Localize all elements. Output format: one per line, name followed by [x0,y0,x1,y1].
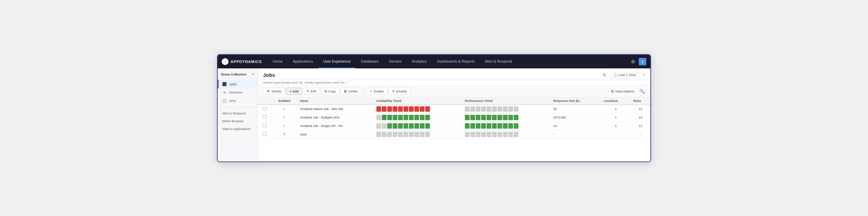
search-icon[interactable]: 🔍 [639,89,645,94]
edit-button[interactable]: ✎ Edit [303,88,320,95]
toolbar: 👁 Details + Add ✎ Edit ⧉ Copy 🗑 Delete [258,86,650,98]
col-header-3: Availability Trend [374,98,462,105]
row-checkbox-2[interactable] [263,124,267,127]
license-bar: Hosted Agent license used: 3%. Private A… [258,80,650,86]
time-range-selector[interactable]: 🕐 Last 1 Hour [610,72,639,78]
locations-0: 1 [601,105,631,113]
locations-2: 1 [601,122,631,130]
main-layout: Demo Collection ▾ ⬛Jobs≡Sessions⬜APIs Al… [218,68,650,161]
details-label: Details [272,89,281,93]
delete-label: Delete [349,89,358,93]
runs-3: - [631,130,650,138]
sliders-icon: ⊞ [611,89,614,93]
delete-button[interactable]: 🗑 Delete [340,88,361,95]
content-header: Jobs ↻ 🕐 Last 1 Hour ? [258,68,650,80]
disable-label: Disable [396,89,407,93]
col-header-1: Enabled [272,98,298,105]
nav-item-user-experience[interactable]: User Experience [318,55,355,68]
copy-button[interactable]: ⧉ Copy [321,88,339,95]
nav-item-applications[interactable]: Applications [288,55,318,68]
content-area: Jobs ↻ 🕐 Last 1 Hour ? Hosted Agent lice… [258,68,650,161]
nav-item-home[interactable]: Home [268,55,287,68]
col-header-4: Performance Trend [462,98,551,105]
performance-trend-2 [462,122,551,130]
sidebar-item-alert-&-respond[interactable]: Alert & Respond [218,109,257,117]
add-label: + Add [290,89,298,93]
sidebar: Demo Collection ▾ ⬛Jobs≡Sessions⬜APIs Al… [218,68,258,161]
enabled-indicator-1: ✓ [283,115,286,119]
nav-item-databases[interactable]: Databases [356,55,383,68]
sidebar-item-jobs[interactable]: ⬛Jobs [218,80,257,88]
settings-icon[interactable]: ⚙ [631,59,635,64]
trash-icon: 🗑 [344,89,347,93]
row-checkbox-1[interactable] [263,115,267,119]
collection-selector[interactable]: Demo Collection ▾ [218,71,257,78]
sidebar-item-metric-browser[interactable]: Metric Browser [218,117,257,125]
nav-item-alert---respond[interactable]: Alert & Respond [480,55,517,68]
avatar: 1 [639,58,646,65]
check-icon: ✓ [370,89,372,93]
clock-icon: 🕐 [613,73,617,77]
copy-icon: ⧉ [324,89,327,93]
nav-items: HomeApplicationsUser ExperienceDatabases… [268,55,631,68]
locations-3: - [601,130,631,138]
row-checkbox-3[interactable] [263,132,267,136]
job-name-1: Scripted Job - Multiple APIs [297,113,373,122]
help-icon[interactable]: ? [643,72,645,78]
details-icon: 👁 [267,89,270,93]
table-row[interactable]: ✓Scripted Failure Job - 500 ISE25112 [258,105,650,113]
view-options-button[interactable]: ⊞ View Options [608,88,637,94]
view-options-label: View Options [615,89,634,93]
row-checkbox-0[interactable] [263,107,267,110]
nav-item-servers[interactable]: Servers [384,55,407,68]
enabled-indicator-3: ✕ [283,132,286,136]
disable-button[interactable]: ✕ Disable [388,88,411,95]
sidebar-item-view-in-applications[interactable]: View in Applications [218,125,257,133]
nav-item-analytics[interactable]: Analytics [407,55,432,68]
performance-trend-3 [462,130,551,138]
sidebar-item-sessions[interactable]: ≡Sessions [218,88,257,96]
chevron-down-icon: ▾ [252,72,254,76]
add-button[interactable]: + Add [286,88,302,95]
time-range-label: Last 1 Hour [618,73,636,77]
details-button[interactable]: 👁 Details [263,88,285,95]
response-size-1: 4571382 [551,113,601,122]
collection-label: Demo Collection [221,72,246,76]
col-header-2: Name [297,98,373,105]
availability-trend-3 [374,130,462,138]
logo-text: APPDYNAMICS [231,60,262,64]
runs-0: 12 [631,105,650,113]
response-size-3: - [551,130,601,138]
edit-label: Edit [311,89,316,93]
sidebar-section-label: View in Applications [222,127,251,131]
performance-trend-0 [462,105,551,113]
table-row[interactable]: ✓Scripted Job - Multiple APIs4571382112 [258,113,650,122]
col-header-7: Runs [631,98,650,105]
sidebar-nav: ⬛Jobs≡Sessions⬜APIs [218,80,257,105]
license-link[interactable]: › [347,81,348,84]
enable-label: Enable [374,89,384,93]
sidebar-apis-icon: ⬜ [222,99,227,103]
availability-trend-2 [374,122,462,130]
edit-icon: ✎ [307,89,309,93]
availability-trend-1 [374,113,462,122]
sidebar-item-label: Sessions [229,90,242,94]
sidebar-item-apis[interactable]: ⬜APIs [218,96,257,105]
sidebar-item-label: Jobs [229,82,237,86]
toolbar-right: ⊞ View Options 🔍 [608,88,645,94]
job-name-2: Scripted Job - Single API - Re... [297,122,373,130]
enable-button[interactable]: ✓ Enable [366,88,388,95]
job-name-0: Scripted Failure Job - 500 ISE [297,105,373,113]
app-window: ○ APPDYNAMICS HomeApplicationsUser Exper… [217,54,651,162]
job-name-3: test1 [297,130,373,138]
top-nav: ○ APPDYNAMICS HomeApplicationsUser Exper… [218,55,650,68]
nav-item-dashboards---reports[interactable]: Dashboards & Reports [432,55,479,68]
logo-icon: ○ [222,58,229,65]
refresh-icon[interactable]: ↻ [603,72,607,78]
table-row[interactable]: ✕test1--- [258,130,650,138]
runs-1: 12 [631,113,650,122]
copy-label: Copy [328,89,336,93]
nav-right: ⚙ 1 [631,58,646,65]
table-body: ✓Scripted Failure Job - 500 ISE25112✓Scr… [258,105,650,139]
table-row[interactable]: ✓Scripted Job - Single API - Re...14112 [258,122,650,130]
